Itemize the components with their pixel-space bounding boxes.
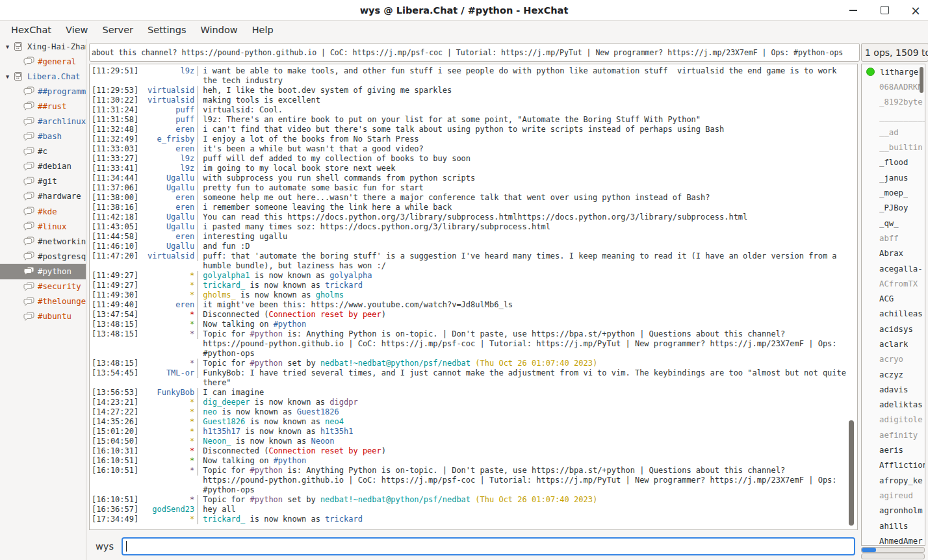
sidebar-item--rust[interactable]: ##rust [0,99,86,114]
chat-line: [14:35:26]*Guest1826 is now known as neo… [90,417,857,427]
userlist-item[interactable]: _moep_ [862,185,925,200]
timestamp: [11:29:53] [92,86,138,95]
userlist-item[interactable]: acegalla- [862,261,925,276]
nick: * [138,398,198,407]
menu-help[interactable]: Help [245,23,281,37]
sidebar-item--postgresql[interactable]: #postgresql [0,249,86,264]
window-controls: × [847,0,922,20]
userlist-item[interactable]: litharge [862,64,925,79]
topic-bar[interactable]: about this channel? https://pound-python… [89,43,860,62]
userlist-item[interactable]: agireud [862,488,925,503]
sidebar-item--archlinux[interactable]: #archlinux [0,114,86,129]
message-text: Topic for #python is: Anything Python is… [198,466,857,495]
userlist-item[interactable]: ACfromTX [862,276,925,291]
sidebar-item--debian[interactable]: #debian [0,159,86,174]
userlist-item[interactable]: aefinity [862,427,925,442]
expander-triangle-icon[interactable]: ▼ [3,44,12,50]
userlist-item[interactable]: afropy_ke [862,473,925,488]
userlist-item[interactable]: aclark [862,337,925,351]
userlist-scrollbar[interactable] [920,65,923,543]
menu-window[interactable]: Window [194,23,245,37]
nick: * [138,515,198,524]
sidebar-item-libera-chat[interactable]: ▼Libera.Chat [0,69,86,84]
close-icon[interactable]: × [910,5,922,16]
userlist-item[interactable]: AhmedAmer [862,533,925,546]
message-input[interactable] [122,537,855,555]
userlist-item[interactable]: achilleas [862,307,925,322]
userlist-item[interactable]: __ad [862,125,925,140]
userlist-item[interactable]: adigitole [862,413,925,427]
sidebar-item--networking[interactable]: #networking [0,234,86,249]
userlist-item[interactable]: 068AADRKN [862,79,925,94]
own-nick-label[interactable]: wys [96,541,114,552]
timestamp: [16:36:57] [92,505,138,515]
sidebar-item--bash[interactable]: #bash [0,129,86,144]
userlist-item[interactable]: aeris [862,442,925,457]
userlist-item[interactable]: __builtin [862,140,925,155]
sidebar-item--ubuntu[interactable]: #ubuntu [0,309,86,324]
sidebar-item--thelounge[interactable]: #thelounge [0,294,86,309]
userlist-item[interactable]: acryo [862,352,925,367]
userlist-item[interactable]: ____________ [862,110,925,125]
sidebar-item-xing-hai-zhan[interactable]: ▼Xing-Hai-Zhan [0,39,86,54]
userlist-item[interactable]: adavis [862,382,925,397]
userlist-item[interactable]: ACG [862,291,925,306]
menu-settings[interactable]: Settings [140,23,193,37]
chat-line: [11:33:27]l9zpuff will def added to my c… [90,154,857,164]
expander-triangle-icon[interactable]: ▼ [3,73,12,80]
user-count-badge: 1 ops, 1509 tot [861,43,928,62]
userlist-item[interactable]: _qw_ [862,216,925,231]
userlist-item[interactable]: abff [862,231,925,246]
sidebar-item--hardware[interactable]: #hardware [0,189,86,204]
message-text: trickard_ is now known as trickard [198,281,857,290]
userlist-item[interactable]: _flood [862,155,925,170]
chat-scrollbar-thumb[interactable] [849,420,854,526]
userlist-item[interactable]: agronholm [862,503,925,518]
timestamp: [11:33:41] [92,164,138,173]
timestamp: [11:31:58] [92,115,138,125]
menu-hexchat[interactable]: HexChat [4,23,58,37]
channel-bubble-icon [23,312,34,322]
userlist-item[interactable]: ahills [862,518,925,533]
user-nick: aclark [879,340,908,349]
sidebar-item--python[interactable]: #python [0,264,86,279]
chat-line: [11:29:51]l9zi want be able to make tool… [90,66,857,86]
message-text: Guest1826 is now known as neo4 [198,417,857,427]
sidebar-item--security[interactable]: #security [0,279,86,294]
sidebar-item--kde[interactable]: #kde [0,204,86,219]
userlist-item[interactable]: Abrax [862,246,925,261]
menu-bar: HexChat View Server Settings Window Help [0,21,928,39]
minimize-icon[interactable] [847,5,859,16]
user-nick: acryo [879,355,903,364]
userlist-item[interactable]: _janus [862,170,925,185]
userlist-item[interactable]: aczyz [862,367,925,382]
timestamp: [11:49:27] [92,271,138,281]
nick: Ugallu [138,212,198,222]
menu-view[interactable]: View [58,23,95,37]
sidebar-item--linux[interactable]: #linux [0,219,86,234]
chat-scrollbar[interactable] [849,65,854,526]
sidebar-item-label: #general [38,57,76,66]
userlist-item[interactable]: acidsys [862,322,925,337]
userlist-scrollbar-thumb[interactable] [920,67,923,93]
message-text: Topic for #python is: Anything Python is… [198,329,857,359]
message-text: neo is now known as Guest1826 [198,407,857,417]
timestamp: [16:10:31] [92,446,138,456]
message-text: golyalpha1 is now known as golyalpha [198,271,857,281]
maximize-icon[interactable] [879,5,890,16]
sidebar-item--git[interactable]: #git [0,174,86,189]
timestamp: [11:30:22] [92,95,138,105]
menu-server[interactable]: Server [95,23,140,37]
userlist-item[interactable]: _PJBoy [862,201,925,216]
message-text: and fun :D [198,242,857,251]
sidebar-item--c[interactable]: #c [0,144,86,159]
userlist-item[interactable]: Affliction [862,458,925,473]
timestamp: [11:38:00] [92,193,138,203]
timestamp: [11:32:48] [92,125,138,134]
sidebar-item--programming[interactable]: ##programming [0,84,86,99]
sidebar-item--general[interactable]: #general [0,54,86,69]
message-text: i pasted many times soz: https://docs.py… [198,222,857,232]
userlist-item[interactable]: adeliktas [862,398,925,413]
userlist-item[interactable]: _8192byte [862,95,925,110]
message-text: l9z: There's an entire book to put on yo… [198,115,857,125]
